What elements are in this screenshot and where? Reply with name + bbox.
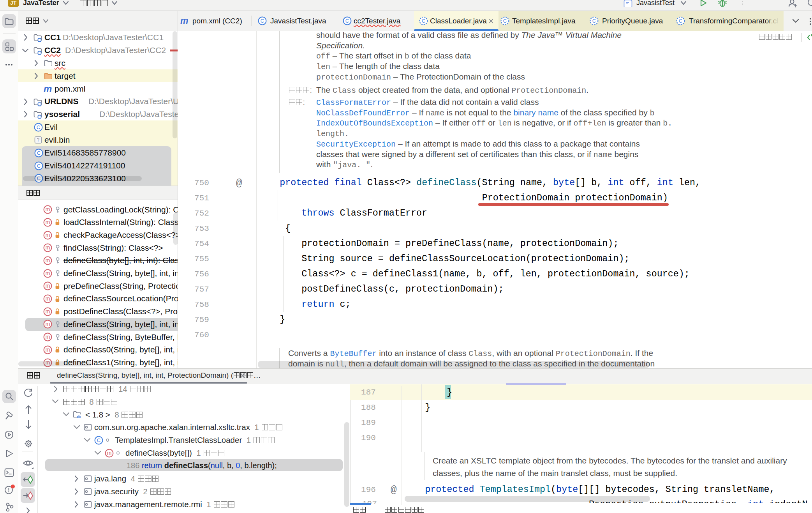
svg-text:m: m — [46, 347, 50, 353]
svg-text:C: C — [37, 124, 40, 130]
svg-text:m: m — [46, 283, 50, 289]
svg-text:m: m — [46, 308, 50, 315]
svg-text:m: m — [46, 257, 50, 264]
svg-text:C: C — [679, 18, 682, 23]
svg-text:C: C — [37, 150, 41, 156]
svg-text:C: C — [422, 18, 425, 23]
svg-text:C: C — [97, 437, 100, 443]
svg-text:m: m — [46, 244, 50, 251]
svg-text:C: C — [503, 18, 507, 23]
svg-text:C: C — [261, 18, 264, 23]
svg-text:C: C — [345, 18, 349, 23]
svg-text:m: m — [46, 270, 50, 276]
svg-text:C: C — [592, 18, 596, 23]
svg-text:m: m — [107, 450, 112, 456]
svg-text:m: m — [46, 295, 50, 302]
svg-text:m: m — [46, 219, 50, 225]
svg-text:?: ? — [37, 137, 40, 143]
svg-text:C: C — [37, 163, 41, 168]
svg-text:m: m — [46, 232, 50, 238]
svg-text:m: m — [46, 206, 50, 212]
svg-text:m: m — [46, 334, 50, 340]
svg-text:m: m — [46, 321, 50, 327]
